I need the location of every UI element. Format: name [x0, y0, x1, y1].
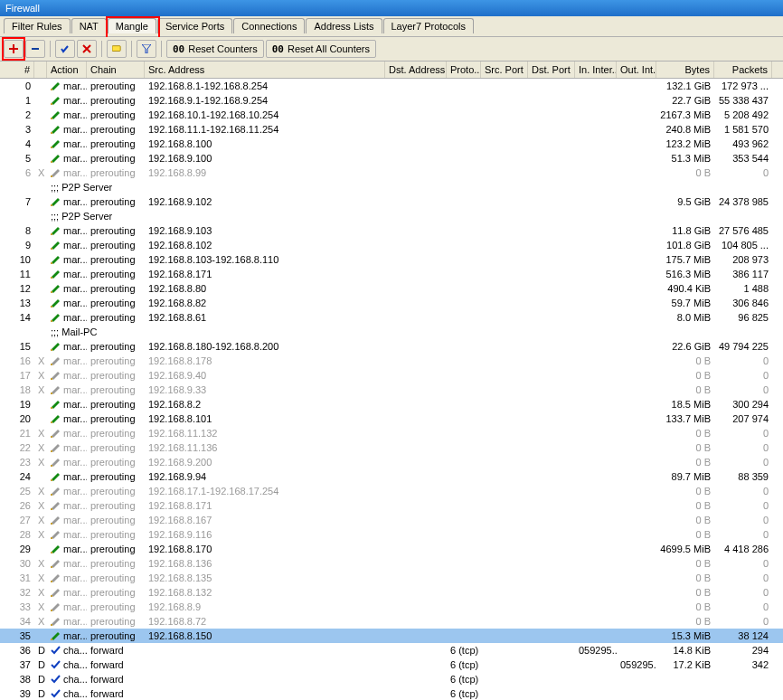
disable-button[interactable]: [77, 40, 97, 58]
col-in-if[interactable]: In. Inter...: [575, 61, 617, 78]
rule-row[interactable]: 38Dcha...forward6 (tcp)0 B0: [0, 672, 783, 686]
rule-row[interactable]: 30Xmar...prerouting192.168.8.1360 B0: [0, 556, 783, 571]
tab-connections[interactable]: Connections: [233, 18, 305, 33]
rule-row[interactable]: 1mar...prerouting192.168.9.1-192.168.9.2…: [0, 93, 783, 108]
filter-button[interactable]: [137, 40, 156, 58]
rule-row[interactable]: 3mar...prerouting192.168.11.1-192.168.11…: [0, 122, 783, 137]
rule-row[interactable]: 23Xmar...prerouting192.168.9.2000 B0: [0, 455, 783, 469]
tab-mangle[interactable]: Mangle: [108, 18, 156, 33]
cell-flag: X: [34, 571, 47, 585]
cell-chain: forward: [87, 657, 145, 672]
comment-button[interactable]: [107, 40, 127, 58]
rule-row[interactable]: 14mar...prerouting192.168.8.618.0 MiB96 …: [0, 310, 783, 325]
enable-button[interactable]: [55, 40, 75, 58]
rule-row[interactable]: 9mar...prerouting192.168.8.102101.8 GiB1…: [0, 238, 783, 252]
reset-all-counters-button[interactable]: 00Reset All Counters: [266, 40, 376, 58]
col-bytes[interactable]: Bytes: [656, 61, 714, 78]
col-proto[interactable]: Proto...: [447, 61, 481, 78]
rule-row[interactable]: 28Xmar...prerouting192.168.9.1160 B0: [0, 527, 783, 542]
rule-row[interactable]: 25Xmar...prerouting192.168.17.1-192.168.…: [0, 484, 783, 498]
cell-packets: 4 418 286: [714, 542, 772, 556]
rule-row[interactable]: 6Xmar...prerouting192.168.8.990 B0: [0, 166, 783, 180]
rule-row[interactable]: 7mar...prerouting192.168.9.1029.5 GiB24 …: [0, 194, 783, 209]
rule-row[interactable]: 10mar...prerouting192.168.8.103-192.168.…: [0, 252, 783, 267]
svg-rect-14: [51, 291, 52, 293]
col-chain[interactable]: Chain: [87, 61, 145, 78]
rule-row[interactable]: 36Dcha...forward6 (tcp)059295...14.8 KiB…: [0, 643, 783, 657]
grid-header[interactable]: # Action Chain Src. Address Dst. Address…: [0, 61, 783, 79]
comment-row[interactable]: ;;; Mail-PC: [0, 325, 783, 339]
rule-row[interactable]: 35mar...prerouting192.168.8.15015.3 MiB3…: [0, 629, 783, 643]
rule-row[interactable]: 33Xmar...prerouting192.168.8.90 B0: [0, 600, 783, 614]
mark-icon: [51, 544, 61, 553]
cell-chain: prerouting: [87, 252, 145, 267]
rule-row[interactable]: 8mar...prerouting192.168.9.10311.8 GiB27…: [0, 223, 783, 238]
rule-row[interactable]: 18Xmar...prerouting192.168.9.330 B0: [0, 383, 783, 397]
col-flag[interactable]: [34, 61, 47, 78]
rule-row[interactable]: 27Xmar...prerouting192.168.8.1670 B0: [0, 513, 783, 527]
rule-row[interactable]: 39Dcha...forward6 (tcp)0 B0: [0, 686, 783, 700]
cell-out-interface: [617, 79, 656, 93]
col-dport[interactable]: Dst. Port: [528, 61, 575, 78]
remove-button[interactable]: [25, 40, 45, 58]
col-sport[interactable]: Src. Port: [481, 61, 528, 78]
cell-src-port: [481, 440, 528, 455]
rule-row[interactable]: 5mar...prerouting192.168.9.10051.3 MiB35…: [0, 151, 783, 166]
cell-src-address: 192.168.10.1-192.168.10.254: [145, 108, 385, 122]
rule-row[interactable]: 37Dcha...forward6 (tcp)059295...17.2 KiB…: [0, 657, 783, 672]
cell-action: mar...: [47, 556, 87, 571]
rule-row[interactable]: 34Xmar...prerouting192.168.8.720 B0: [0, 614, 783, 629]
rule-row[interactable]: 22Xmar...prerouting192.168.11.1360 B0: [0, 440, 783, 455]
col-action[interactable]: Action: [47, 61, 87, 78]
rule-row[interactable]: 19mar...prerouting192.168.8.218.5 MiB300…: [0, 397, 783, 411]
tab-layer7-protocols[interactable]: Layer7 Protocols: [383, 18, 475, 33]
cell-dst-address: [385, 571, 447, 585]
col-number[interactable]: #: [0, 61, 34, 78]
col-packets[interactable]: Packets: [714, 61, 772, 78]
cell-bytes: 240.8 MiB: [656, 122, 714, 137]
col-dst[interactable]: Dst. Address: [385, 61, 447, 78]
rule-row[interactable]: 24mar...prerouting192.168.9.9489.7 MiB88…: [0, 469, 783, 484]
svg-rect-7: [51, 161, 52, 163]
tab-address-lists[interactable]: Address Lists: [306, 18, 382, 33]
col-out-if[interactable]: Out. Int...: [617, 61, 656, 78]
cell-protocol: [447, 296, 481, 310]
rule-row[interactable]: 17Xmar...prerouting192.168.9.400 B0: [0, 368, 783, 383]
rule-row[interactable]: 21Xmar...prerouting192.168.11.1320 B0: [0, 426, 783, 440]
cell-in-interface: [575, 368, 617, 383]
cell-dst-address: [385, 397, 447, 411]
cell-src-address: 192.168.9.200: [145, 455, 385, 469]
reset-counters-button[interactable]: 00Reset Counters: [166, 40, 264, 58]
rule-row[interactable]: 13mar...prerouting192.168.8.8259.7 MiB30…: [0, 296, 783, 310]
cell-protocol: 6 (tcp): [447, 686, 481, 700]
col-src[interactable]: Src. Address: [145, 61, 385, 78]
rule-row[interactable]: 29mar...prerouting192.168.8.1704699.5 Mi…: [0, 542, 783, 556]
cell-chain: prerouting: [87, 368, 145, 383]
rule-row[interactable]: 20mar...prerouting192.168.8.101133.7 MiB…: [0, 411, 783, 426]
cell-bytes: 101.8 GiB: [656, 238, 714, 252]
cell-in-interface: [575, 411, 617, 426]
comment-row[interactable]: ;;; P2P Server: [0, 180, 783, 194]
rule-row[interactable]: 11mar...prerouting192.168.8.171516.3 MiB…: [0, 267, 783, 281]
comment-row[interactable]: ;;; P2P Server: [0, 209, 783, 223]
rule-row[interactable]: 2mar...prerouting192.168.10.1-192.168.10…: [0, 108, 783, 122]
tab-service-ports[interactable]: Service Ports: [157, 18, 232, 33]
rule-row[interactable]: 15mar...prerouting192.168.8.180-192.168.…: [0, 339, 783, 354]
rule-row[interactable]: 12mar...prerouting192.168.8.80490.4 KiB1…: [0, 281, 783, 296]
toolbar: 00Reset Counters 00Reset All Counters: [0, 37, 783, 61]
rule-row[interactable]: 32Xmar...prerouting192.168.8.1320 B0: [0, 585, 783, 600]
rule-row[interactable]: 31Xmar...prerouting192.168.8.1350 B0: [0, 571, 783, 585]
rule-row[interactable]: 26Xmar...prerouting192.168.8.1710 B0: [0, 498, 783, 513]
cell-number: 36: [0, 643, 34, 657]
cell-chain: prerouting: [87, 281, 145, 296]
svg-rect-13: [51, 277, 52, 279]
rule-row[interactable]: 16Xmar...prerouting192.168.8.1780 B0: [0, 354, 783, 368]
tab-nat[interactable]: NAT: [71, 18, 107, 33]
add-button[interactable]: [4, 40, 24, 58]
cell-src-address: 192.168.9.1-192.168.9.254: [145, 93, 385, 108]
rule-row[interactable]: 4mar...prerouting192.168.8.100123.2 MiB4…: [0, 137, 783, 151]
cell-out-interface: [617, 629, 656, 643]
cell-bytes: 22.6 GiB: [656, 339, 714, 354]
rule-row[interactable]: 0mar...prerouting192.168.8.1-192.168.8.2…: [0, 79, 783, 93]
tab-filter-rules[interactable]: Filter Rules: [4, 18, 71, 33]
